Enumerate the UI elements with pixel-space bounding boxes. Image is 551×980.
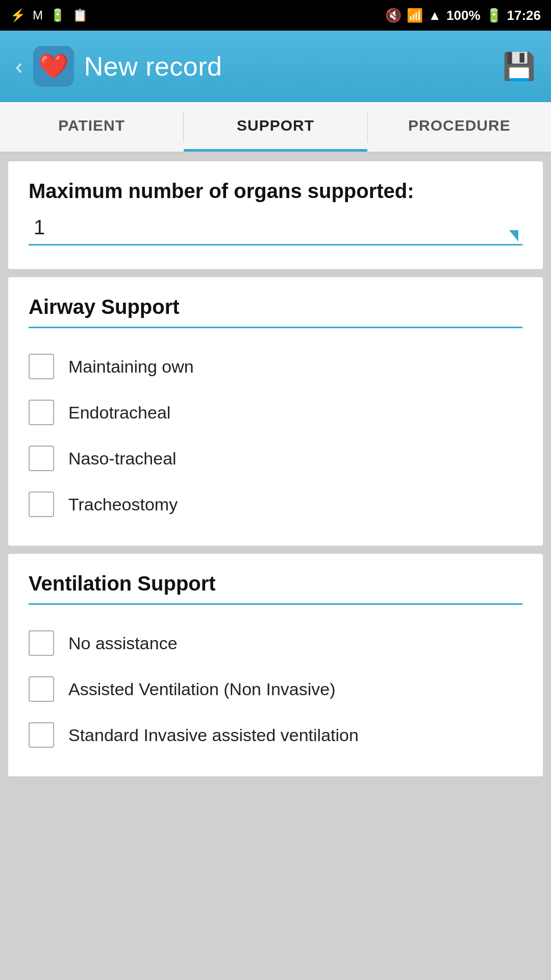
signal-icon: ▲: [428, 8, 441, 23]
heart-icon: ❤️: [38, 52, 69, 81]
app-bar-left: ‹ ❤️ New record: [15, 46, 222, 87]
save-button[interactable]: 💾: [503, 51, 536, 82]
page-title: New record: [84, 51, 222, 82]
checkbox-box-naso-tracheal[interactable]: [29, 446, 54, 471]
checkbox-box-maintaining-own[interactable]: [29, 354, 54, 379]
max-organs-card: Maximum number of organs supported:: [8, 161, 543, 269]
checkbox-box-tracheostomy[interactable]: [29, 492, 54, 517]
ventilation-support-card: Ventilation Support No assistance Assist…: [8, 554, 543, 776]
app-bar: ‹ ❤️ New record 💾: [0, 31, 551, 102]
max-organs-title: Maximum number of organs supported:: [29, 180, 522, 203]
checkbox-naso-tracheal[interactable]: Naso-tracheal: [29, 435, 522, 481]
battery-icon: 🔋: [486, 8, 502, 23]
ventilation-support-divider: [29, 603, 522, 605]
usb-icon: ⚡: [10, 8, 26, 22]
checkbox-label-no-assistance: No assistance: [68, 633, 178, 653]
checkbox-standard-invasive[interactable]: Standard Invasive assisted ventilation: [29, 712, 522, 758]
checkbox-tracheostomy[interactable]: Tracheostomy: [29, 481, 522, 527]
ventilation-support-title: Ventilation Support: [29, 572, 522, 595]
checkbox-label-assisted-ventilation: Assisted Ventilation (Non Invasive): [68, 679, 335, 699]
airway-support-divider: [29, 327, 522, 328]
checkbox-maintaining-own[interactable]: Maintaining own: [29, 344, 522, 389]
doc-icon: 📋: [72, 8, 88, 22]
checkbox-label-endotracheal: Endotracheal: [68, 403, 170, 423]
airway-support-card: Airway Support Maintaining own Endotrach…: [8, 277, 543, 546]
airway-support-title: Airway Support: [29, 296, 522, 318]
checkbox-no-assistance[interactable]: No assistance: [29, 620, 522, 666]
tab-support[interactable]: SUPPORT: [184, 102, 367, 152]
tab-patient[interactable]: PATIENT: [0, 102, 183, 152]
tab-procedure[interactable]: PROCEDURE: [368, 102, 551, 152]
battery-meter-icon: 🔋: [50, 8, 65, 22]
max-organs-field[interactable]: [29, 211, 522, 246]
battery-percentage: 100%: [446, 8, 481, 23]
wifi-icon: 📶: [407, 8, 423, 23]
status-bar: ⚡ M 🔋 📋 🔇 📶 ▲ 100% 🔋 17:26: [0, 0, 551, 31]
dropdown-arrow-icon: [509, 230, 518, 241]
checkbox-label-naso-tracheal: Naso-tracheal: [68, 449, 177, 469]
bluetooth-mute-icon: 🔇: [385, 8, 402, 23]
tab-bar: PATIENT SUPPORT PROCEDURE: [0, 102, 551, 153]
checkbox-label-maintaining-own: Maintaining own: [68, 357, 194, 377]
checkbox-assisted-ventilation[interactable]: Assisted Ventilation (Non Invasive): [29, 666, 522, 712]
checkbox-box-standard-invasive[interactable]: [29, 722, 54, 748]
checkbox-box-endotracheal[interactable]: [29, 400, 54, 425]
status-bar-right-icons: 🔇 📶 ▲ 100% 🔋 17:26: [385, 8, 541, 23]
email-icon: M: [33, 8, 43, 22]
checkbox-box-assisted-ventilation[interactable]: [29, 676, 54, 702]
status-bar-left-icons: ⚡ M 🔋 📋: [10, 8, 88, 22]
back-button[interactable]: ‹: [15, 54, 23, 79]
clock: 17:26: [507, 8, 541, 23]
checkbox-label-tracheostomy: Tracheostomy: [68, 495, 178, 514]
max-organs-input[interactable]: [29, 211, 522, 246]
checkbox-label-standard-invasive: Standard Invasive assisted ventilation: [68, 725, 359, 745]
content-area: Maximum number of organs supported: Airw…: [0, 153, 551, 785]
checkbox-endotracheal[interactable]: Endotracheal: [29, 389, 522, 435]
app-logo: ❤️: [33, 46, 74, 87]
checkbox-box-no-assistance[interactable]: [29, 630, 54, 656]
